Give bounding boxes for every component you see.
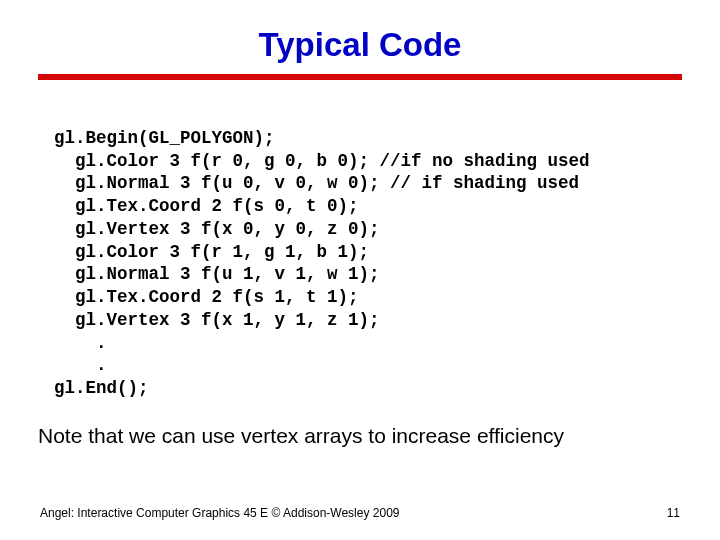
page-number: 11 <box>667 506 680 520</box>
code-line: gl.Normal 3 f(u 1, v 1, w 1); <box>54 264 380 284</box>
footer-text: Angel: Interactive Computer Graphics 45 … <box>40 506 399 520</box>
code-line: gl.Color 3 f(r 1, g 1, b 1); <box>54 242 369 262</box>
code-line: gl.Color 3 f(r 0, g 0, b 0); //if no sha… <box>54 151 590 171</box>
code-line: gl.Tex.Coord 2 f(s 0, t 0); <box>54 196 359 216</box>
code-line: gl.Tex.Coord 2 f(s 1, t 1); <box>54 287 359 307</box>
horizontal-rule <box>38 74 682 80</box>
code-line: . <box>54 333 107 353</box>
code-line: gl.End(); <box>54 378 149 398</box>
slide-title: Typical Code <box>0 0 720 74</box>
code-line: gl.Vertex 3 f(x 1, y 1, z 1); <box>54 310 380 330</box>
footer: Angel: Interactive Computer Graphics 45 … <box>40 506 680 520</box>
code-line: gl.Begin(GL_POLYGON); <box>54 128 275 148</box>
note-text: Note that we can use vertex arrays to in… <box>38 424 720 448</box>
code-block: gl.Begin(GL_POLYGON); gl.Color 3 f(r 0, … <box>54 104 720 400</box>
code-line: gl.Normal 3 f(u 0, v 0, w 0); // if shad… <box>54 173 579 193</box>
code-line: gl.Vertex 3 f(x 0, y 0, z 0); <box>54 219 380 239</box>
code-line: . <box>54 355 107 375</box>
slide: Typical Code gl.Begin(GL_POLYGON); gl.Co… <box>0 0 720 540</box>
